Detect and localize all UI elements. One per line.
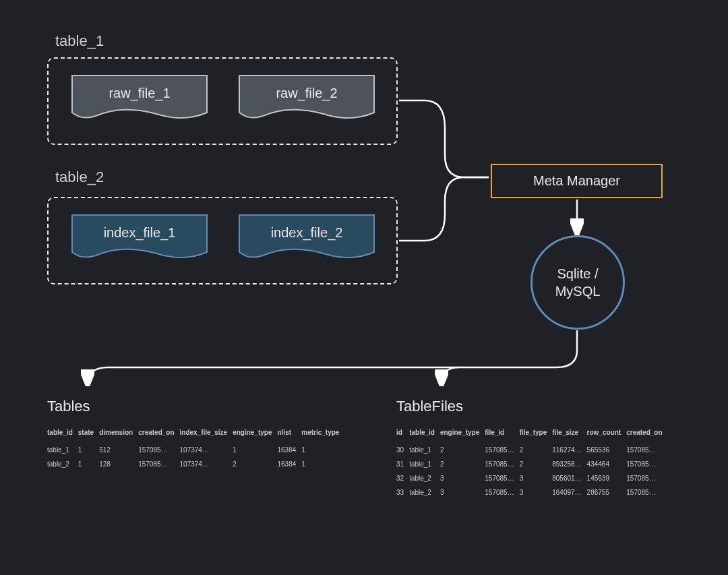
table-cell: 1 — [78, 443, 99, 457]
table-row: 33table_23157085…3164097…286755157085… — [396, 485, 668, 500]
tables-schema-table: table_idstatedimensioncreated_onindex_fi… — [47, 425, 344, 471]
table-cell: 30 — [396, 443, 409, 457]
column-header: file_size — [552, 425, 586, 443]
table-cell: 565536 — [587, 443, 627, 457]
table-row: 31table_12157085…2893258…434464157085… — [396, 457, 668, 471]
table-row: 32table_23157085…3805601…145639157085… — [396, 471, 668, 485]
table-cell: table_2 — [409, 471, 440, 485]
table-cell: 16384 — [277, 457, 301, 471]
table-cell: 3 — [520, 485, 553, 500]
column-header: file_type — [520, 425, 553, 443]
column-header: engine_type — [233, 425, 277, 443]
table-row: table_21128157085…107374…2163841 — [47, 457, 344, 471]
table-cell: table_2 — [47, 457, 78, 471]
table-cell: 434464 — [587, 457, 627, 471]
column-header: row_count — [587, 425, 627, 443]
column-header: created_on — [138, 425, 179, 443]
table-cell: 2 — [520, 443, 553, 457]
column-header: table_id — [409, 425, 440, 443]
table-cell: 157085… — [485, 485, 519, 500]
table-cell: 157085… — [138, 457, 179, 471]
table-cell: 1 — [301, 457, 344, 471]
table-cell: table_2 — [409, 485, 440, 500]
table-cell: 2 — [440, 443, 485, 457]
column-header: file_id — [485, 425, 519, 443]
table-cell: 107374… — [180, 443, 233, 457]
table-cell: 157085… — [485, 457, 519, 471]
tablefiles-schema-table: idtable_idengine_typefile_idfile_typefil… — [396, 425, 668, 500]
table-cell: 157085… — [138, 443, 179, 457]
table-cell: 128 — [99, 457, 138, 471]
table-cell: table_1 — [47, 443, 78, 457]
table-cell: 805601… — [552, 471, 586, 485]
table-cell: 33 — [396, 485, 409, 500]
table-cell: 3 — [520, 471, 553, 485]
tables-section-title: Tables — [47, 398, 90, 415]
table-cell: 1 — [78, 457, 99, 471]
table-row: table_11512157085…107374…1163841 — [47, 443, 344, 457]
table-cell: 512 — [99, 443, 138, 457]
table-cell: 107374… — [180, 457, 233, 471]
column-header: created_on — [626, 425, 667, 443]
architecture-diagram: table_1 raw_file_1 raw_file_2 table_2 in… — [0, 0, 728, 575]
column-header: dimension — [99, 425, 138, 443]
table-cell: 2 — [440, 457, 485, 471]
table-cell: 157085… — [485, 443, 519, 457]
table-cell: 1 — [301, 443, 344, 457]
table-cell: 286755 — [587, 485, 627, 500]
column-header: engine_type — [440, 425, 485, 443]
table-cell: 157085… — [626, 457, 667, 471]
column-header: id — [396, 425, 409, 443]
table-cell: 164097… — [552, 485, 586, 500]
column-header: table_id — [47, 425, 78, 443]
table-row: 30table_12157085…2116274…565536157085… — [396, 443, 668, 457]
table-cell: 1 — [233, 443, 277, 457]
column-header: index_file_size — [180, 425, 233, 443]
table-cell: 32 — [396, 471, 409, 485]
table-cell: 31 — [396, 457, 409, 471]
table-cell: 3 — [440, 471, 485, 485]
table-cell: table_1 — [409, 457, 440, 471]
table-cell: 145639 — [587, 471, 627, 485]
table-cell: 157085… — [626, 443, 667, 457]
table-cell: 157085… — [626, 485, 667, 500]
column-header: state — [78, 425, 99, 443]
table-cell: 157085… — [626, 471, 667, 485]
table-cell: 157085… — [485, 471, 519, 485]
table-cell: table_1 — [409, 443, 440, 457]
table-cell: 116274… — [552, 443, 586, 457]
table-cell: 893258… — [552, 457, 586, 471]
table-cell: 2 — [233, 457, 277, 471]
table-cell: 3 — [440, 485, 485, 500]
column-header: nlist — [277, 425, 301, 443]
table-cell: 16384 — [277, 443, 301, 457]
table-cell: 2 — [520, 457, 553, 471]
column-header: metric_type — [301, 425, 344, 443]
tablefiles-section-title: TableFiles — [396, 398, 463, 415]
